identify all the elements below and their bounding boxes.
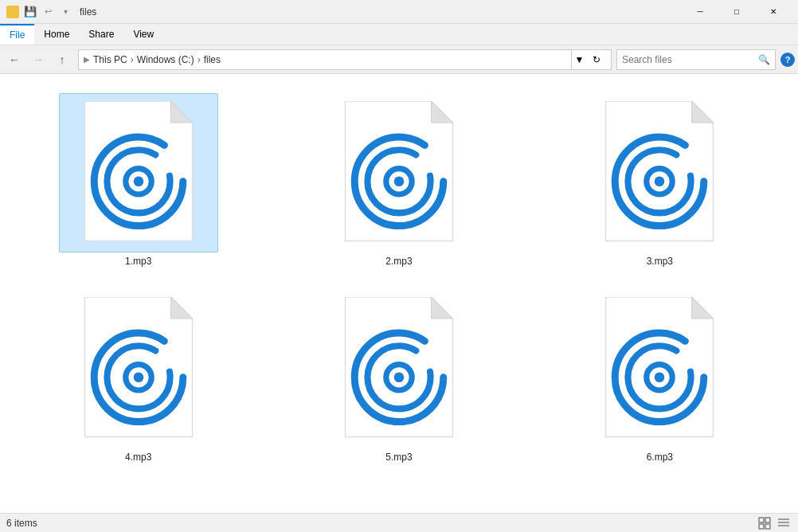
ribbon-tabs: File Home Share View xyxy=(0,24,798,45)
file-label: 2.mp3 xyxy=(385,256,412,267)
svg-point-17 xyxy=(655,177,665,187)
maximize-button[interactable]: □ xyxy=(718,0,755,24)
details-view-button[interactable] xyxy=(776,515,792,531)
svg-marker-7 xyxy=(431,101,452,123)
search-icon[interactable]: 🔍 xyxy=(758,54,770,65)
svg-point-11 xyxy=(394,177,405,187)
svg-rect-39 xyxy=(765,524,770,529)
file-label: 1.mp3 xyxy=(125,256,151,267)
file-label: 3.mp3 xyxy=(647,256,673,267)
tab-view[interactable]: View xyxy=(123,24,163,45)
address-sep-2: › xyxy=(198,54,201,65)
large-icon-view-button[interactable] xyxy=(757,515,773,531)
file-icon-wrap xyxy=(319,93,479,252)
main-area: 1.mp3 2.mp3 3.mp xyxy=(0,74,798,513)
search-input[interactable] xyxy=(622,54,755,65)
view-controls xyxy=(757,515,792,531)
content-area: 1.mp3 2.mp3 3.mp xyxy=(0,74,798,513)
svg-rect-37 xyxy=(765,518,770,522)
system-icon xyxy=(6,6,19,18)
svg-point-23 xyxy=(133,373,143,383)
status-bar: 6 items xyxy=(0,513,798,532)
title-text: files xyxy=(80,6,96,18)
address-dropdown-button[interactable]: ▼ xyxy=(571,49,587,70)
file-label: 6.mp3 xyxy=(647,452,673,463)
address-content: ▶ This PC › Windows (C:) › files xyxy=(84,54,571,65)
help-button[interactable]: ? xyxy=(780,53,795,67)
svg-rect-38 xyxy=(759,524,764,529)
file-icon-wrap xyxy=(580,289,739,448)
file-label: 5.mp3 xyxy=(385,452,412,463)
svg-marker-13 xyxy=(692,101,714,123)
file-label: 4.mp3 xyxy=(125,452,151,463)
dropdown-icon[interactable]: ▾ xyxy=(59,6,72,18)
ribbon: File Home Share View xyxy=(0,24,798,45)
file-item-6[interactable]: 6.mp3 xyxy=(538,286,782,466)
file-icon-wrap xyxy=(319,289,479,448)
file-item-4[interactable]: 4.mp3 xyxy=(16,286,260,466)
file-icon-wrap xyxy=(59,289,218,448)
svg-marker-31 xyxy=(692,297,714,319)
back-button[interactable]: ← xyxy=(3,49,25,71)
folder-icon xyxy=(6,6,19,18)
navigation-bar: ← → ↑ ▶ This PC › Windows (C:) › files ▼… xyxy=(0,45,798,74)
svg-marker-25 xyxy=(431,297,452,319)
refresh-button[interactable]: ↻ xyxy=(587,49,606,70)
address-sep-1: › xyxy=(131,54,134,65)
svg-point-29 xyxy=(394,373,405,383)
item-count: 6 items xyxy=(6,518,37,529)
nav-chevron: ▶ xyxy=(84,55,90,64)
address-segment-thispc[interactable]: This PC xyxy=(93,54,127,65)
title-bar-left: 💾 ↩ ▾ files xyxy=(6,6,96,18)
tab-home[interactable]: Home xyxy=(34,24,79,45)
svg-marker-19 xyxy=(170,297,192,319)
tab-share[interactable]: Share xyxy=(79,24,123,45)
minimize-button[interactable]: ─ xyxy=(682,0,718,24)
svg-point-5 xyxy=(133,177,143,187)
tab-file[interactable]: File xyxy=(0,24,34,45)
file-icon-wrap xyxy=(59,93,218,252)
file-item-1[interactable]: 1.mp3 xyxy=(16,90,260,270)
file-item-3[interactable]: 3.mp3 xyxy=(538,90,782,270)
search-box[interactable]: 🔍 xyxy=(616,49,776,70)
svg-marker-1 xyxy=(170,101,192,123)
up-button[interactable]: ↑ xyxy=(51,49,73,71)
undo-icon[interactable]: ↩ xyxy=(41,6,54,18)
svg-point-35 xyxy=(655,373,665,383)
address-bar[interactable]: ▶ This PC › Windows (C:) › files ▼ ↻ xyxy=(78,49,612,70)
svg-rect-36 xyxy=(759,518,764,522)
file-item-5[interactable]: 5.mp3 xyxy=(276,286,521,466)
title-bar: 💾 ↩ ▾ files ─ □ ✕ xyxy=(0,0,798,24)
file-grid: 1.mp3 2.mp3 3.mp xyxy=(8,82,790,474)
file-icon-wrap xyxy=(580,93,739,252)
address-segment-drive[interactable]: Windows (C:) xyxy=(137,54,194,65)
save-icon[interactable]: 💾 xyxy=(24,6,37,18)
address-segment-folder[interactable]: files xyxy=(204,54,221,65)
window-controls: ─ □ ✕ xyxy=(682,0,792,24)
close-button[interactable]: ✕ xyxy=(755,0,792,24)
file-item-2[interactable]: 2.mp3 xyxy=(276,90,521,270)
forward-button[interactable]: → xyxy=(27,49,49,71)
